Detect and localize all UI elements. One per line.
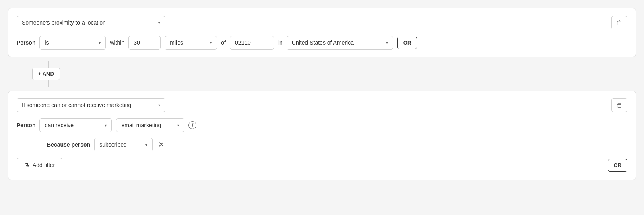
- distance-input[interactable]: [128, 36, 161, 50]
- email-marketing-dropdown[interactable]: email marketing ▾: [116, 118, 184, 132]
- chevron-down-icon-8: ▾: [145, 143, 147, 147]
- zipcode-input[interactable]: [230, 36, 274, 50]
- delete-button-1[interactable]: 🗑: [611, 16, 627, 29]
- card2-bottom-row: ⚗ Add filter OR: [17, 158, 627, 172]
- subscribed-dropdown[interactable]: subscribed ▾: [94, 138, 153, 151]
- remove-because-button[interactable]: ✕: [157, 140, 166, 149]
- trash-icon-1: 🗑: [617, 19, 622, 26]
- subscribed-value: subscribed: [99, 141, 127, 148]
- chevron-down-icon-6: ▾: [105, 123, 107, 128]
- or-label-1: OR: [403, 40, 411, 46]
- delete-button-2[interactable]: 🗑: [611, 98, 627, 112]
- is-dropdown[interactable]: is ▾: [39, 36, 106, 50]
- card1-header: Someone's proximity to a location ▾ 🗑: [17, 16, 627, 29]
- page-wrapper: Someone's proximity to a location ▾ 🗑 Pe…: [8, 8, 636, 180]
- and-connector: + AND: [8, 61, 636, 87]
- or-label-2: OR: [614, 162, 622, 168]
- of-label: of: [221, 39, 226, 46]
- and-label: + AND: [38, 71, 54, 77]
- chevron-down-icon-3: ▾: [210, 41, 212, 45]
- miles-value: miles: [170, 39, 183, 46]
- filter-icon: ⚗: [24, 162, 29, 168]
- can-receive-dropdown[interactable]: can receive ▾: [39, 118, 112, 132]
- and-button[interactable]: + AND: [32, 68, 60, 80]
- card2-person-row: Person can receive ▾ email marketing ▾ i: [17, 118, 627, 132]
- email-marketing-value: email marketing: [121, 122, 161, 128]
- in-label: in: [278, 39, 283, 46]
- condition-type-label-1: Someone's proximity to a location: [22, 19, 106, 26]
- because-person-label: Because person: [47, 141, 90, 148]
- condition-type-label-2: If someone can or cannot receive marketi…: [22, 102, 131, 108]
- can-receive-value: can receive: [45, 122, 74, 128]
- person-label-1: Person: [17, 39, 35, 46]
- country-value: United States of America: [292, 39, 354, 46]
- connector-line-top: [48, 61, 49, 68]
- add-filter-button[interactable]: ⚗ Add filter: [17, 158, 62, 172]
- chevron-down-icon-4: ▾: [386, 41, 388, 45]
- connector-line-bottom: [48, 80, 49, 87]
- chevron-down-icon-2: ▾: [99, 41, 101, 45]
- trash-icon-2: 🗑: [617, 102, 622, 108]
- condition-type-dropdown-1[interactable]: Someone's proximity to a location ▾: [17, 16, 165, 29]
- card2-header: If someone can or cannot receive marketi…: [17, 98, 627, 112]
- condition-card-1: Someone's proximity to a location ▾ 🗑 Pe…: [8, 8, 636, 57]
- person-label-2: Person: [17, 122, 35, 128]
- add-filter-label: Add filter: [33, 162, 55, 168]
- condition-type-dropdown-2[interactable]: If someone can or cannot receive marketi…: [17, 98, 165, 112]
- card1-person-row: Person is ▾ within miles ▾ of in United …: [17, 36, 627, 50]
- condition-card-2: If someone can or cannot receive marketi…: [8, 91, 636, 180]
- chevron-down-icon-5: ▾: [158, 103, 160, 108]
- is-value: is: [45, 39, 49, 46]
- within-label: within: [110, 39, 124, 46]
- info-icon[interactable]: i: [188, 121, 196, 129]
- miles-dropdown[interactable]: miles ▾: [165, 36, 217, 50]
- or-button-2[interactable]: OR: [608, 159, 628, 172]
- or-button-1[interactable]: OR: [397, 37, 417, 49]
- because-row: Because person subscribed ▾ ✕: [47, 138, 627, 151]
- chevron-down-icon-7: ▾: [177, 123, 179, 128]
- chevron-down-icon-1: ▾: [158, 21, 160, 25]
- country-dropdown[interactable]: United States of America ▾: [287, 36, 393, 50]
